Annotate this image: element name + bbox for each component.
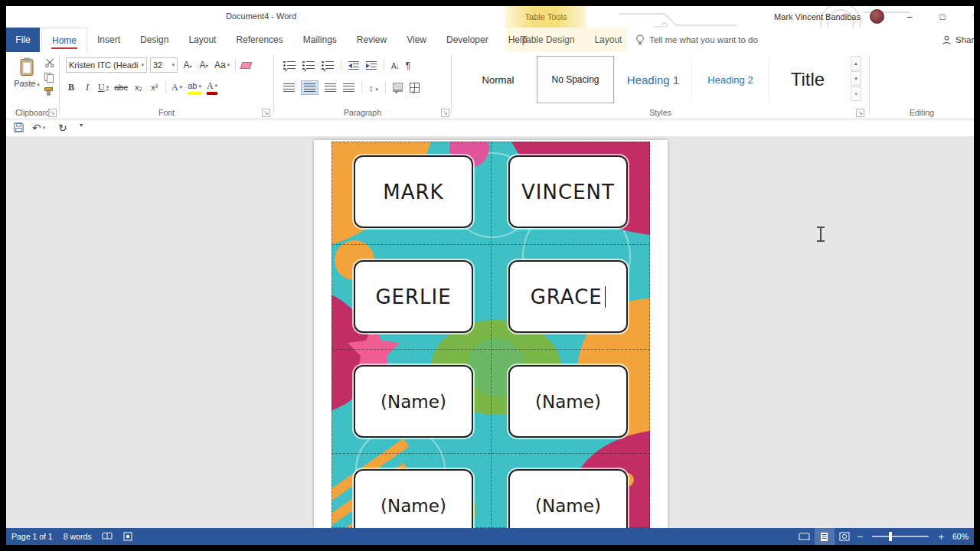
style-no-spacing[interactable]: No Spacing	[537, 56, 614, 103]
chevron-down-icon[interactable]: ▾	[172, 62, 175, 68]
macro-recording-icon[interactable]	[118, 528, 138, 545]
name-card[interactable]: (Name)	[354, 365, 473, 438]
print-layout-view-icon[interactable]	[815, 528, 835, 545]
align-center-icon[interactable]	[302, 81, 318, 94]
clipboard-group: Paste Cl	[6, 52, 59, 119]
align-justify-icon[interactable]	[343, 83, 354, 92]
copy-icon[interactable]	[44, 73, 54, 83]
user-avatar[interactable]	[870, 9, 884, 24]
tab-design[interactable]: Design	[130, 28, 178, 52]
name-card[interactable]: GERLIE	[354, 260, 473, 333]
card-name-text: MARK	[383, 181, 443, 204]
format-painter-icon[interactable]	[44, 87, 55, 96]
font-dialog-launcher[interactable]	[262, 109, 270, 117]
paste-button[interactable]: Paste	[12, 57, 41, 107]
zoom-slider[interactable]	[872, 536, 929, 537]
tab-home[interactable]: Home	[41, 28, 87, 52]
tab-mailings[interactable]: Mailings	[293, 28, 347, 52]
title-bar: F Table Tools Document4 - Word Mark Vinc…	[6, 6, 974, 28]
name-card[interactable]: (Name)	[508, 365, 628, 438]
style-normal[interactable]: Normal	[459, 56, 537, 103]
style-heading-1[interactable]: Heading 1	[614, 56, 691, 103]
gallery-more-icon[interactable]: ≡	[851, 86, 861, 101]
user-account-name[interactable]: Mark Vincent Bandibas	[774, 12, 861, 21]
underline-button[interactable]: U	[98, 80, 109, 95]
zoom-out-button[interactable]: −	[854, 531, 867, 543]
clipboard-dialog-launcher[interactable]	[48, 109, 57, 117]
style-heading-2[interactable]: Heading 2	[691, 56, 769, 103]
shading-icon[interactable]	[393, 83, 403, 92]
undo-button[interactable]	[32, 122, 45, 134]
maximize-button[interactable]: □	[930, 6, 955, 27]
minimize-button[interactable]: –	[897, 6, 922, 27]
zoom-level[interactable]: 60%	[947, 528, 974, 545]
shrink-font-button[interactable]: A	[198, 57, 209, 73]
paragraph-dialog-launcher[interactable]	[441, 109, 449, 117]
strikethrough-button[interactable]: abc	[114, 80, 128, 95]
line-spacing-icon[interactable]	[369, 80, 378, 94]
subscript-button[interactable]: x₂	[133, 80, 144, 95]
tab-layout[interactable]: Layout	[178, 28, 226, 52]
align-left-icon[interactable]	[283, 83, 295, 92]
paste-label: Paste	[14, 79, 40, 88]
name-card[interactable]: MARK	[354, 155, 473, 228]
italic-button[interactable]: I	[82, 80, 93, 95]
increase-indent-icon[interactable]	[366, 61, 377, 70]
share-button[interactable]: Share	[942, 28, 974, 52]
font-size-combobox[interactable]: 32 ▾	[150, 57, 178, 73]
zoom-slider-handle[interactable]	[889, 532, 892, 541]
sort-icon[interactable]	[391, 58, 399, 72]
close-button[interactable]: ×	[963, 6, 974, 27]
numbering-icon[interactable]	[302, 61, 315, 70]
tab-table-design[interactable]: Table Design	[511, 28, 584, 52]
multilevel-list-icon[interactable]	[322, 61, 334, 70]
bold-button[interactable]: B	[66, 80, 77, 95]
tell-me-box[interactable]: Tell me what you want to do	[635, 28, 758, 52]
redo-button[interactable]	[58, 122, 67, 134]
chevron-down-icon[interactable]: ▾	[141, 62, 144, 68]
font-name-combobox[interactable]: Kristen ITC (Headi ▾	[66, 57, 147, 73]
gallery-down-icon[interactable]: ▾	[851, 71, 861, 86]
save-button[interactable]	[13, 122, 24, 133]
align-right-icon[interactable]	[325, 83, 336, 92]
superscript-button[interactable]: x²	[149, 80, 160, 95]
name-card[interactable]: VINCENT	[508, 155, 628, 228]
tab-table-layout[interactable]: Layout	[584, 28, 632, 52]
paragraph-group-label: Paragraph	[274, 108, 451, 117]
show-formatting-marks-icon[interactable]	[406, 58, 410, 72]
text-highlight-button[interactable]: ab	[188, 80, 201, 95]
tab-review[interactable]: Review	[347, 28, 397, 52]
tab-view[interactable]: View	[397, 28, 436, 52]
separator	[384, 59, 384, 71]
word-count[interactable]: 8 words	[58, 528, 97, 545]
page-indicator[interactable]: Page 1 of 1	[6, 528, 58, 545]
name-card[interactable]: GRACE	[508, 260, 628, 333]
tab-developer[interactable]: Developer	[436, 28, 498, 52]
grow-font-button[interactable]: A	[182, 57, 193, 73]
decrease-indent-icon[interactable]	[348, 61, 359, 70]
card-name-text: (Name)	[381, 392, 446, 412]
borders-icon[interactable]	[410, 83, 420, 93]
read-mode-view-icon[interactable]	[795, 528, 815, 545]
change-case-button[interactable]: Aa	[214, 57, 230, 73]
tab-insert[interactable]: Insert	[87, 28, 130, 52]
zoom-in-button[interactable]: +	[935, 531, 947, 543]
tab-references[interactable]: References	[226, 28, 292, 52]
lightbulb-icon	[635, 34, 645, 46]
styles-dialog-launcher[interactable]	[856, 109, 864, 117]
gallery-up-icon[interactable]: ▴	[851, 56, 861, 70]
font-color-button[interactable]: A	[207, 80, 217, 95]
document-page[interactable]: MARK VINCENT GERLIE GRACE (Name) (Name) …	[314, 140, 668, 528]
style-title[interactable]: Title	[769, 56, 846, 103]
bullets-icon[interactable]	[283, 61, 296, 70]
text-cursor	[605, 286, 606, 308]
tab-file[interactable]: File	[6, 28, 40, 52]
document-canvas[interactable]: MARK VINCENT GERLIE GRACE (Name) (Name) …	[6, 136, 974, 528]
cut-icon[interactable]	[44, 58, 55, 68]
text-effects-button[interactable]: A	[172, 80, 182, 95]
proofing-icon[interactable]	[96, 528, 118, 545]
customize-qat-icon[interactable]	[80, 122, 83, 129]
mouse-ibeam-pointer	[815, 226, 826, 243]
web-layout-view-icon[interactable]	[835, 528, 854, 545]
clear-formatting-icon[interactable]	[240, 62, 253, 69]
